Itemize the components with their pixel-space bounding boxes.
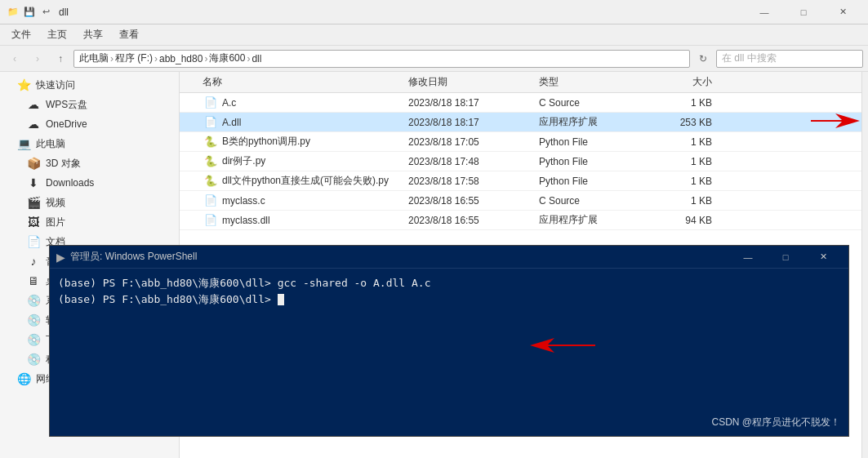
file-icon-ac: 📄 bbox=[203, 96, 219, 109]
ps-minimize-button[interactable]: — bbox=[729, 246, 767, 269]
sidebar-item-quick-access[interactable]: ⭐ 快速访问 bbox=[0, 75, 179, 95]
file-label-dir: dir例子.py bbox=[222, 154, 265, 168]
address-bar: ‹ › ↑ 此电脑 › 程序 (F:) › abb_hd80 › 海康600 ›… bbox=[0, 46, 868, 72]
video-icon: 🎬 bbox=[26, 196, 41, 209]
file-date-dir: 2023/8/18 17:48 bbox=[408, 156, 539, 167]
software-icon: 💿 bbox=[26, 313, 41, 327]
file-type-bpython: Python File bbox=[539, 136, 653, 148]
title-bar-icons: 📁 💾 ↩ bbox=[7, 6, 52, 19]
pictures-icon: 🖼 bbox=[26, 216, 41, 229]
back-button[interactable]: ‹ bbox=[5, 49, 24, 69]
file-date-bpython: 2023/8/18 17:05 bbox=[408, 136, 539, 148]
menu-view[interactable]: 查看 bbox=[111, 26, 147, 43]
menu-file[interactable]: 文件 bbox=[3, 26, 39, 43]
sidebar-label-computer: 此电脑 bbox=[36, 137, 65, 151]
file-row-myclassdll[interactable]: 📄 myclass.dll 2023/8/18 16:55 应用程序扩展 94 … bbox=[180, 211, 861, 230]
file-size-dllgen: 1 KB bbox=[653, 176, 719, 187]
sidebar-label-wps: WPS云盘 bbox=[46, 98, 87, 112]
menu-share[interactable]: 共享 bbox=[75, 26, 111, 43]
svg-marker-0 bbox=[811, 113, 860, 128]
ps-line-2: (base) PS F:\abb_hd80\海康600\dll> bbox=[58, 291, 840, 308]
address-path[interactable]: 此电脑 › 程序 (F:) › abb_hd80 › 海康600 › dll bbox=[73, 50, 690, 68]
file-date-myclassdll: 2023/8/18 16:55 bbox=[408, 215, 539, 226]
undo-icon: ↩ bbox=[39, 6, 52, 19]
menu-home[interactable]: 主页 bbox=[39, 26, 75, 43]
search-placeholder: 在 dll 中搜索 bbox=[722, 51, 777, 65]
ps-close-button[interactable]: ✕ bbox=[804, 246, 842, 269]
col-header-date[interactable]: 修改日期 bbox=[408, 75, 539, 89]
col-header-size[interactable]: 大小 bbox=[653, 75, 719, 89]
ps-maximize-button[interactable]: □ bbox=[767, 246, 804, 269]
file-label-bpython: B类的python调用.py bbox=[222, 135, 310, 149]
network-icon: 🌐 bbox=[16, 372, 31, 385]
sidebar-item-3d[interactable]: 📦 3D 对象 bbox=[0, 153, 179, 173]
ps-body: (base) PS F:\abb_hd80\海康600\dll> gcc -sh… bbox=[50, 269, 848, 436]
file-name-dllgen: 🐍 dll文件python直接生成(可能会失败).py bbox=[180, 174, 408, 188]
svg-marker-1 bbox=[530, 338, 595, 353]
file-row-ac[interactable]: 📄 A.c 2023/8/18 18:17 C Source 1 KB bbox=[180, 93, 861, 113]
file-size-ac: 1 KB bbox=[653, 97, 719, 109]
col-header-type[interactable]: 类型 bbox=[539, 75, 653, 89]
title-bar: 📁 💾 ↩ dll — □ ✕ bbox=[0, 0, 868, 24]
file-name-ac: 📄 A.c bbox=[180, 96, 408, 109]
search-box[interactable]: 在 dll 中搜索 bbox=[716, 50, 863, 68]
window-title: dll bbox=[59, 7, 69, 18]
path-drive: 程序 (F:) bbox=[115, 51, 153, 65]
3d-icon: 📦 bbox=[26, 157, 41, 170]
ps-title-text: 管理员: Windows PowerShell bbox=[70, 250, 729, 264]
powershell-window: ▶ 管理员: Windows PowerShell — □ ✕ (base) P… bbox=[49, 245, 849, 437]
sidebar-item-wps[interactable]: ☁ WPS云盘 bbox=[0, 95, 179, 114]
sidebar-item-pictures[interactable]: 🖼 图片 bbox=[0, 212, 179, 232]
music-icon: ♪ bbox=[26, 255, 41, 268]
file-date-adll: 2023/8/18 18:17 bbox=[408, 117, 539, 128]
onedrive-icon: ☁ bbox=[26, 118, 41, 131]
file-size-dir: 1 KB bbox=[653, 156, 719, 167]
file-size-bpython: 1 KB bbox=[653, 136, 719, 148]
computer-icon: 💻 bbox=[16, 137, 31, 150]
scrollbar[interactable] bbox=[861, 72, 868, 458]
file-type-ac: C Source bbox=[539, 97, 653, 109]
menu-bar: 文件 主页 共享 查看 bbox=[0, 24, 868, 46]
file-header: 名称 修改日期 类型 大小 bbox=[180, 72, 861, 93]
col-header-name[interactable]: 名称 bbox=[180, 75, 408, 89]
file-type-myclassc: C Source bbox=[539, 195, 653, 207]
file-size-myclassc: 1 KB bbox=[653, 195, 719, 207]
documents-icon: 📄 bbox=[26, 235, 41, 248]
close-button[interactable]: ✕ bbox=[824, 0, 861, 24]
file-row-dll-gen[interactable]: 🐍 dll文件python直接生成(可能会失败).py 2023/8/18 17… bbox=[180, 171, 861, 191]
sidebar-item-computer[interactable]: 💻 此电脑 bbox=[0, 134, 179, 153]
system-icon: 💿 bbox=[26, 294, 41, 307]
sidebar-item-downloads[interactable]: ⬇ Downloads bbox=[0, 173, 179, 193]
file-name-myclassc: 📄 myclass.c bbox=[180, 194, 408, 207]
ps-title-icon: ▶ bbox=[56, 251, 65, 264]
sidebar-label-onedrive: OneDrive bbox=[46, 118, 87, 130]
file-icon-adll: 📄 bbox=[203, 116, 219, 128]
file-date-myclassc: 2023/8/18 16:55 bbox=[408, 195, 539, 207]
file-row-dir[interactable]: 🐍 dir例子.py 2023/8/18 17:48 Python File 1… bbox=[180, 152, 861, 171]
file-row-adll[interactable]: 📄 A.dll 2023/8/18 18:17 应用程序扩展 253 KB bbox=[180, 113, 861, 132]
file-row-myclassc[interactable]: 📄 myclass.c 2023/8/18 16:55 C Source 1 K… bbox=[180, 191, 861, 211]
quick-access-icon: ⭐ bbox=[16, 78, 31, 91]
file-row-b-python[interactable]: 🐍 B类的python调用.py 2023/8/18 17:05 Python … bbox=[180, 132, 861, 152]
csdn-watermark: CSDN @程序员进化不脱发！ bbox=[711, 416, 840, 429]
minimize-button[interactable]: — bbox=[746, 0, 783, 24]
path-haikang: 海康600 bbox=[209, 51, 245, 65]
ps-red-arrow bbox=[530, 336, 595, 354]
maximize-button[interactable]: □ bbox=[785, 0, 822, 24]
ps-titlebar: ▶ 管理员: Windows PowerShell — □ ✕ bbox=[50, 246, 848, 269]
refresh-button[interactable]: ↻ bbox=[693, 49, 713, 69]
file-icon-bpython: 🐍 bbox=[203, 136, 219, 148]
ps-line-1: (base) PS F:\abb_hd80\海康600\dll> gcc -sh… bbox=[58, 275, 840, 291]
sidebar-label-downloads: Downloads bbox=[46, 177, 94, 189]
path-dll: dll bbox=[251, 53, 261, 64]
sidebar-label-quick: 快速访问 bbox=[36, 78, 75, 92]
file-label-adll: A.dll bbox=[222, 117, 241, 128]
file-icon-dllgen: 🐍 bbox=[203, 175, 219, 187]
forward-button[interactable]: › bbox=[28, 49, 47, 69]
sidebar-item-video[interactable]: 🎬 视频 bbox=[0, 193, 179, 212]
up-button[interactable]: ↑ bbox=[51, 49, 70, 69]
wps-icon: ☁ bbox=[26, 98, 41, 111]
sidebar-label-3d: 3D 对象 bbox=[46, 157, 81, 171]
file-label-ac: A.c bbox=[222, 97, 236, 109]
sidebar-item-onedrive[interactable]: ☁ OneDrive bbox=[0, 114, 179, 134]
